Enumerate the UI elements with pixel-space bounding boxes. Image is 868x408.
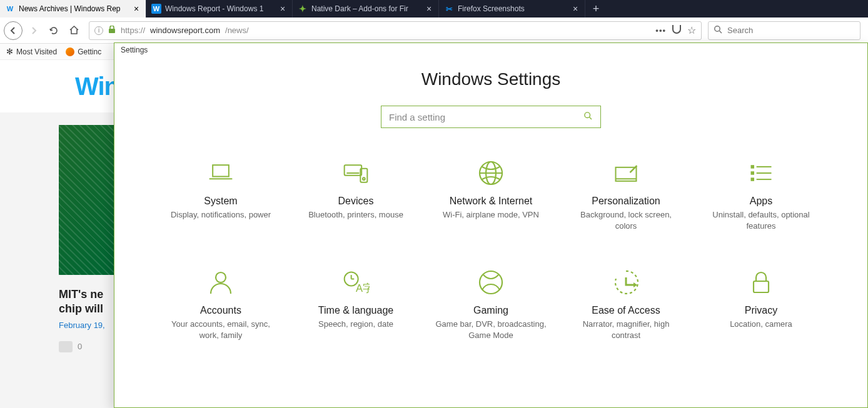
- arrow-left-icon: [8, 26, 18, 36]
- article-image: [59, 125, 115, 275]
- tab-title: Native Dark – Add-ons for Fir: [311, 4, 421, 13]
- settings-heading: Windows Settings: [114, 69, 867, 89]
- svg-point-22: [216, 272, 226, 282]
- page-actions-icon[interactable]: •••: [655, 26, 666, 35]
- xbox-icon: [476, 269, 506, 296]
- tile-title: Devices: [338, 196, 374, 207]
- tab-title: Firefox Screenshots: [458, 4, 567, 13]
- comment-count: 0: [78, 342, 82, 351]
- svg-rect-7: [345, 165, 362, 176]
- article-title: MIT's ne chip will: [59, 287, 115, 317]
- tile-title: Apps: [750, 196, 772, 207]
- tile-title: Ease of Access: [592, 305, 660, 316]
- bookmark-most-visited[interactable]: ✻ Most Visited: [6, 47, 57, 56]
- svg-point-10: [363, 177, 365, 180]
- close-icon[interactable]: ×: [425, 4, 433, 14]
- favicon-w-icon: W: [5, 4, 15, 14]
- pocket-icon[interactable]: [672, 25, 681, 36]
- bookmark-label: Gettinc: [78, 47, 101, 56]
- svg-rect-20: [751, 177, 755, 181]
- svg-rect-29: [754, 281, 769, 292]
- article-card[interactable]: MIT's ne chip will February 19, 0: [59, 125, 115, 352]
- url-path: /news/: [225, 26, 249, 35]
- svg-line-4: [590, 117, 592, 120]
- home-icon: [69, 25, 79, 36]
- tile-gaming[interactable]: Gaming Game bar, DVR, broadcasting, Game…: [430, 269, 552, 341]
- tab-strip: W News Archives | Windows Rep × W Window…: [0, 0, 868, 17]
- laptop-icon: [206, 159, 236, 187]
- home-button[interactable]: [65, 22, 83, 39]
- tile-desc: Speech, region, date: [318, 319, 393, 330]
- bookmark-getting-started[interactable]: Gettinc: [66, 47, 101, 56]
- globe-icon: [476, 159, 506, 187]
- search-input[interactable]: [727, 26, 855, 35]
- search-icon: [583, 111, 593, 122]
- url-bar[interactable]: i https://windowsreport.com/news/ ••• ☆: [89, 21, 702, 40]
- new-tab-button[interactable]: +: [585, 0, 607, 17]
- paint-icon: [611, 159, 641, 187]
- find-setting-input[interactable]: Find a setting: [381, 106, 601, 128]
- svg-point-3: [585, 112, 590, 118]
- search-icon: [714, 25, 722, 36]
- tile-privacy[interactable]: Privacy Location, camera: [700, 269, 822, 341]
- tab-windows-report[interactable]: W Windows Report - Windows 1 ×: [146, 0, 293, 17]
- person-icon: [206, 269, 236, 296]
- favicon-puzzle-icon: ✦: [298, 4, 308, 14]
- bookmark-label: Most Visited: [16, 47, 57, 56]
- tab-title: News Archives | Windows Rep: [19, 4, 128, 13]
- settings-tiles: System Display, notifications, power Dev…: [159, 159, 822, 341]
- tab-news-archives[interactable]: W News Archives | Windows Rep ×: [0, 0, 146, 17]
- url-host: windowsreport.com: [150, 26, 220, 35]
- article-comments: 0: [59, 341, 115, 352]
- svg-rect-0: [109, 29, 115, 33]
- tile-devices[interactable]: Devices Bluetooth, printers, mouse: [295, 159, 417, 231]
- favicon-scissors-icon: ✂: [444, 4, 454, 14]
- tile-personalization[interactable]: Personalization Background, lock screen,…: [565, 159, 687, 231]
- tile-desc: Wi-Fi, airplane mode, VPN: [443, 209, 539, 221]
- forward-button[interactable]: [25, 22, 43, 39]
- svg-rect-18: [751, 171, 755, 175]
- tile-desc: Location, camera: [730, 319, 792, 330]
- close-icon[interactable]: ×: [278, 4, 287, 14]
- close-icon[interactable]: ×: [571, 4, 580, 14]
- tile-title: Privacy: [745, 305, 777, 316]
- bookmark-star-icon[interactable]: ☆: [687, 24, 696, 36]
- navigation-toolbar: i https://windowsreport.com/news/ ••• ☆: [0, 17, 868, 44]
- tile-title: Time & language: [318, 305, 393, 316]
- svg-text:A字: A字: [356, 282, 370, 294]
- devices-icon: [341, 159, 371, 187]
- tile-ease-of-access[interactable]: Ease of Access Narrator, magnifier, high…: [565, 269, 687, 341]
- close-icon[interactable]: ×: [132, 4, 141, 14]
- tile-desc: Background, lock screen, colors: [570, 209, 682, 231]
- svg-point-27: [480, 271, 502, 294]
- apps-list-icon: [746, 159, 776, 187]
- svg-marker-28: [633, 282, 637, 287]
- ease-of-access-icon: [611, 269, 641, 296]
- settings-titlebar: Settings: [114, 43, 867, 57]
- gear-icon: ✻: [6, 47, 13, 56]
- time-language-icon: A字: [341, 269, 371, 296]
- tile-accounts[interactable]: Accounts Your accounts, email, sync, wor…: [159, 269, 282, 341]
- tile-network[interactable]: Network & Internet Wi-Fi, airplane mode,…: [430, 159, 552, 231]
- comment-icon: [59, 341, 73, 352]
- reload-button[interactable]: [45, 22, 63, 39]
- firefox-icon: [66, 47, 74, 56]
- tile-title: System: [204, 196, 237, 207]
- tile-system[interactable]: System Display, notifications, power: [159, 159, 282, 231]
- tile-apps[interactable]: Apps Uninstall, defaults, optional featu…: [700, 159, 822, 231]
- tile-title: Gaming: [473, 305, 508, 316]
- back-button[interactable]: [4, 21, 23, 40]
- arrow-right-icon: [29, 26, 39, 36]
- reload-icon: [49, 26, 59, 36]
- site-info-icon[interactable]: i: [94, 26, 103, 35]
- favicon-w-icon: W: [151, 4, 161, 14]
- tile-title: Accounts: [200, 305, 241, 316]
- svg-rect-16: [751, 165, 755, 169]
- tab-firefox-screenshots[interactable]: ✂ Firefox Screenshots ×: [439, 0, 585, 17]
- tab-native-dark[interactable]: ✦ Native Dark – Add-ons for Fir ×: [293, 0, 439, 17]
- search-bar[interactable]: [708, 21, 860, 40]
- tile-desc: Narrator, magnifier, high contrast: [570, 319, 682, 341]
- tab-title: Windows Report - Windows 1: [165, 4, 275, 13]
- tile-title: Personalization: [592, 196, 660, 207]
- tile-time-language[interactable]: A字 Time & language Speech, region, date: [295, 269, 417, 341]
